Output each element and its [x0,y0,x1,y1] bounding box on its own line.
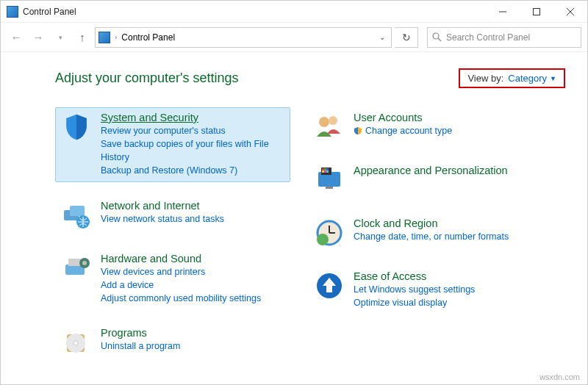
category-title[interactable]: Appearance and Personalization [354,165,508,176]
maximize-button[interactable] [520,1,553,22]
category-link[interactable]: Adjust commonly used mobility settings [101,292,261,305]
category-columns: System and Security Review your computer… [55,107,565,362]
breadcrumb[interactable]: Control Panel [121,32,175,43]
category-link[interactable]: Let Windows suggest settings [354,283,475,296]
disc-icon [61,327,92,358]
printer-icon [61,253,92,284]
globe-icon [61,200,92,231]
svg-rect-7 [70,206,85,216]
search-placeholder: Search Control Panel [446,32,530,43]
shield-small-icon [354,126,362,135]
control-panel-icon [7,6,18,18]
window-controls [486,1,587,22]
category-system-security[interactable]: System and Security Review your computer… [55,107,290,182]
category-link[interactable]: Change date, time, or number formats [354,230,509,243]
content-area: Adjust your computer's settings View by:… [1,52,587,384]
category-user-accounts[interactable]: User Accounts Change account type [308,107,543,147]
chevron-down-icon[interactable]: ⌄ [376,33,388,41]
category-link[interactable]: View network status and tasks [101,212,224,226]
svg-rect-20 [322,168,324,170]
refresh-button[interactable]: ↻ [395,27,418,48]
category-link[interactable]: Save backup copies of your files with Fi… [101,137,284,164]
category-network-internet[interactable]: Network and Internet View network status… [55,195,290,235]
svg-point-17 [329,116,337,125]
right-column: User Accounts Change account type Appear… [308,107,543,362]
chevron-down-icon: ▼ [550,75,556,82]
category-hardware-sound[interactable]: Hardware and Sound View devices and prin… [55,248,290,309]
category-programs[interactable]: Programs Uninstall a program [55,323,290,362]
category-link[interactable]: Review your computer's status [101,124,284,137]
svg-line-5 [438,38,441,41]
view-by-label: View by: [467,73,503,84]
svg-point-16 [319,117,329,127]
svg-rect-22 [326,168,329,170]
close-icon [567,8,574,15]
view-by-dropdown[interactable]: Category ▼ [508,73,556,84]
window-title: Control Panel [23,7,486,17]
category-title[interactable]: System and Security [101,112,284,123]
ease-access-icon [314,270,345,301]
category-link[interactable]: View devices and printers [101,265,261,278]
page-title: Adjust your computer's settings [55,71,239,86]
category-title[interactable]: Hardware and Sound [101,253,261,265]
category-title[interactable]: Programs [101,327,180,339]
category-link[interactable]: Optimize visual display [354,296,475,309]
monitor-icon [314,165,345,195]
left-column: System and Security Review your computer… [55,107,290,362]
search-input[interactable]: Search Control Panel [427,27,581,48]
category-title[interactable]: Ease of Access [354,270,475,282]
watermark: wsxdn.com [539,373,580,381]
svg-rect-24 [324,170,326,173]
category-link[interactable]: Uninstall a program [101,339,180,353]
svg-rect-1 [534,8,540,15]
category-link[interactable]: Add a device [101,278,261,292]
back-button[interactable]: ← [7,28,26,47]
category-title[interactable]: Network and Internet [101,200,224,212]
users-icon [314,112,345,143]
svg-point-15 [74,341,78,345]
close-button[interactable] [553,1,587,22]
svg-rect-21 [324,168,326,170]
svg-rect-23 [322,170,324,173]
category-link[interactable]: Backup and Restore (Windows 7) [101,164,284,177]
category-link[interactable]: Change account type [365,124,452,137]
category-title[interactable]: User Accounts [354,112,452,123]
content-header: Adjust your computer's settings View by:… [55,68,565,88]
navigation-bar: ← → ▾ ↑ › Control Panel ⌄ ↻ Search Contr… [1,23,587,52]
recent-button[interactable]: ▾ [51,28,70,47]
category-ease-of-access[interactable]: Ease of Access Let Windows suggest setti… [308,266,543,314]
svg-rect-26 [326,187,333,189]
svg-point-30 [317,234,329,245]
clock-icon [314,217,345,248]
up-button[interactable]: ↑ [73,28,92,47]
minimize-button[interactable] [486,1,520,22]
control-panel-icon [98,32,110,43]
shield-icon [61,112,92,143]
search-icon [432,32,442,42]
svg-point-12 [82,261,87,265]
svg-point-4 [433,33,439,39]
titlebar: Control Panel [1,1,587,23]
view-by-value: Category [508,73,547,84]
svg-rect-25 [326,170,329,173]
minimize-icon [499,8,506,15]
control-panel-window: Control Panel ← → ▾ ↑ › Control Panel ⌄ … [0,0,588,385]
view-by-control[interactable]: View by: Category ▼ [459,68,565,88]
address-bar[interactable]: › Control Panel ⌄ [95,27,392,48]
maximize-icon [533,8,540,15]
chevron-right-icon: › [115,33,117,41]
category-clock-region[interactable]: Clock and Region Change date, time, or n… [308,213,543,253]
category-appearance-personalization[interactable]: Appearance and Personalization [308,160,543,200]
category-title[interactable]: Clock and Region [354,217,509,229]
forward-button[interactable]: → [29,28,48,47]
